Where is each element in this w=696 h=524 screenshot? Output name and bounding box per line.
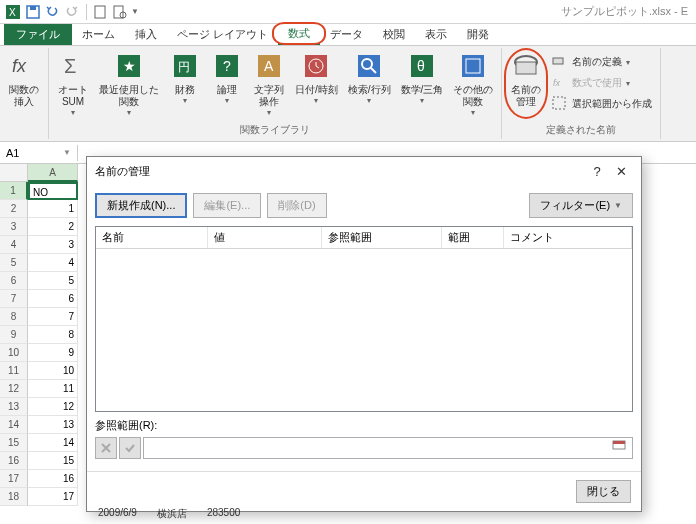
tab-developer[interactable]: 開発 <box>457 25 499 44</box>
cell[interactable]: 13 <box>28 416 78 434</box>
cell[interactable]: 2 <box>28 218 78 236</box>
cell[interactable]: 9 <box>28 344 78 362</box>
tab-formulas[interactable]: 数式 <box>278 24 320 45</box>
use-in-formula-button[interactable]: fx数式で使用▾ <box>548 73 656 93</box>
svg-text:?: ? <box>223 58 231 74</box>
close-button[interactable]: 閉じる <box>576 480 631 503</box>
lookup-button[interactable]: 検索/行列▾ <box>344 48 395 121</box>
row-header[interactable]: 5 <box>0 254 28 272</box>
cell[interactable]: 3 <box>28 236 78 254</box>
name-box[interactable]: A1 ▼ <box>0 145 78 161</box>
money-icon: 円 <box>169 50 201 82</box>
cell[interactable]: 14 <box>28 434 78 452</box>
undo-icon[interactable] <box>44 3 62 21</box>
tab-view[interactable]: 表示 <box>415 25 457 44</box>
new-button[interactable]: 新規作成(N)... <box>95 193 187 218</box>
datetime-button[interactable]: 日付/時刻▾ <box>291 48 342 121</box>
insert-function-button[interactable]: fx 関数の 挿入 <box>4 48 44 139</box>
cell[interactable]: 16 <box>28 470 78 488</box>
row-header[interactable]: 12 <box>0 380 28 398</box>
svg-rect-19 <box>358 55 380 77</box>
row-header[interactable]: 6 <box>0 272 28 290</box>
ref-input[interactable] <box>143 437 633 459</box>
cell[interactable]: 4 <box>28 254 78 272</box>
col-ref[interactable]: 参照範囲 <box>322 227 442 248</box>
cell[interactable]: 10 <box>28 362 78 380</box>
close-icon[interactable]: ✕ <box>609 159 633 183</box>
cell[interactable]: 17 <box>28 488 78 506</box>
autosum-button[interactable]: Σオート SUM▾ <box>53 48 93 121</box>
redo-icon[interactable] <box>64 3 82 21</box>
tab-file[interactable]: ファイル <box>4 24 72 45</box>
row-header[interactable]: 9 <box>0 326 28 344</box>
group-label-defined-names: 定義された名前 <box>506 121 656 139</box>
row-header[interactable]: 16 <box>0 452 28 470</box>
preview-icon[interactable] <box>111 3 129 21</box>
cell[interactable]: NO <box>28 182 78 200</box>
tab-data[interactable]: データ <box>320 25 373 44</box>
row-header[interactable]: 11 <box>0 362 28 380</box>
more-functions-button[interactable]: その他の 関数▾ <box>449 48 497 121</box>
svg-text:円: 円 <box>178 60 190 74</box>
sigma-icon: Σ <box>57 50 89 82</box>
dialog-title: 名前の管理 <box>95 164 585 179</box>
tab-review[interactable]: 校閲 <box>373 25 415 44</box>
cell[interactable]: 8 <box>28 326 78 344</box>
col-comment[interactable]: コメント <box>504 227 632 248</box>
qat-more-icon[interactable]: ▼ <box>131 7 139 16</box>
col-value[interactable]: 値 <box>208 227 322 248</box>
range-picker-icon[interactable] <box>612 440 628 456</box>
new-icon[interactable] <box>91 3 109 21</box>
name-manager-icon <box>510 50 542 82</box>
name-manager-button[interactable]: 名前の 管理 <box>506 48 546 121</box>
row-header[interactable]: 2 <box>0 200 28 218</box>
cell[interactable]: 11 <box>28 380 78 398</box>
row-header[interactable]: 13 <box>0 398 28 416</box>
row-header[interactable]: 18 <box>0 488 28 506</box>
row-header[interactable]: 14 <box>0 416 28 434</box>
fx-small-icon: fx <box>552 75 568 91</box>
recent-button[interactable]: ★最近使用した 関数▾ <box>95 48 163 121</box>
financial-button[interactable]: 円財務▾ <box>165 48 205 121</box>
row-header[interactable]: 15 <box>0 434 28 452</box>
col-name[interactable]: 名前 <box>96 227 208 248</box>
tab-pagelayout[interactable]: ページ レイアウト <box>167 25 278 44</box>
col-header-a[interactable]: A <box>28 164 78 182</box>
filter-button[interactable]: フィルター(E)▼ <box>529 193 633 218</box>
cell[interactable]: 15 <box>28 452 78 470</box>
select-all-corner[interactable] <box>0 164 28 182</box>
row-header[interactable]: 8 <box>0 308 28 326</box>
svg-rect-23 <box>462 55 484 77</box>
cell[interactable]: 12 <box>28 398 78 416</box>
row-header[interactable]: 1 <box>0 182 28 200</box>
book-icon <box>457 50 489 82</box>
row-header[interactable]: 7 <box>0 290 28 308</box>
save-icon[interactable] <box>24 3 42 21</box>
cell[interactable]: 6 <box>28 290 78 308</box>
math-button[interactable]: θ数学/三角▾ <box>397 48 448 121</box>
group-label-library: 関数ライブラリ <box>53 121 497 139</box>
cell[interactable]: 7 <box>28 308 78 326</box>
window-title: サンプルピボット.xlsx - E <box>561 4 692 19</box>
ref-accept-button <box>119 437 141 459</box>
svg-rect-31 <box>613 441 625 444</box>
svg-rect-26 <box>516 62 536 74</box>
tag-icon <box>552 54 568 70</box>
cell[interactable]: 5 <box>28 272 78 290</box>
define-name-button[interactable]: 名前の定義▾ <box>548 52 656 72</box>
tab-home[interactable]: ホーム <box>72 25 125 44</box>
col-scope[interactable]: 範囲 <box>442 227 504 248</box>
help-button[interactable]: ? <box>585 159 609 183</box>
row-header[interactable]: 17 <box>0 470 28 488</box>
svg-text:Σ: Σ <box>64 55 76 77</box>
row-header[interactable]: 10 <box>0 344 28 362</box>
chevron-down-icon[interactable]: ▼ <box>63 148 71 157</box>
tab-insert[interactable]: 挿入 <box>125 25 167 44</box>
names-list[interactable]: 名前 値 参照範囲 範囲 コメント <box>95 226 633 412</box>
logical-button[interactable]: ?論理▾ <box>207 48 247 121</box>
cell[interactable]: 1 <box>28 200 78 218</box>
create-from-selection-button[interactable]: 選択範囲から作成 <box>548 94 656 114</box>
row-header[interactable]: 4 <box>0 236 28 254</box>
text-button[interactable]: A文字列 操作▾ <box>249 48 289 121</box>
row-header[interactable]: 3 <box>0 218 28 236</box>
